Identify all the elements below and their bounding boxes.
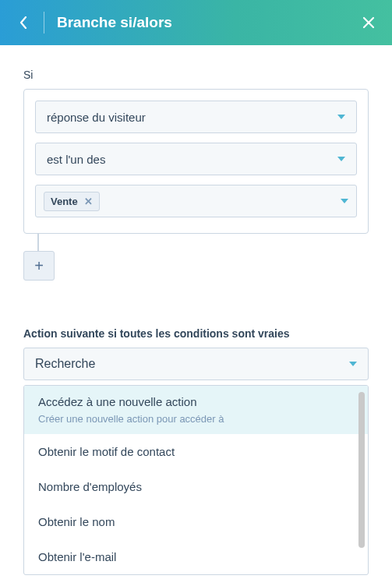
connector-line [37, 234, 39, 251]
dropdown-option[interactable]: Nombre d'employés [24, 469, 368, 504]
next-action-search-select[interactable]: Recherche [23, 348, 369, 380]
condition-field-value: réponse du visiteur [47, 111, 146, 124]
tag-chip: Vente ✕ [44, 192, 100, 211]
tag-label: Vente [51, 196, 78, 207]
chevron-left-icon [19, 16, 27, 29]
caret-down-icon [337, 115, 345, 119]
condition-operator-select[interactable]: est l'un des [35, 143, 357, 175]
option-title: Nombre d'employés [38, 480, 142, 493]
dropdown-option-new-action[interactable]: Accédez à une nouvelle action Créer une … [24, 386, 368, 434]
panel-header: Branche si/alors [0, 0, 392, 45]
add-condition-button[interactable]: + [23, 251, 55, 281]
option-subtitle: Créer une nouvelle action pour accéder à [38, 413, 354, 425]
next-action-label: Action suivante si toutes les conditions… [23, 327, 369, 340]
option-title: Accédez à une nouvelle action [38, 395, 354, 408]
condition-card: réponse du visiteur est l'un des Vente ✕ [23, 89, 369, 234]
dropdown-option[interactable]: Obtenir l'e-mail [24, 539, 368, 574]
header-divider [44, 12, 44, 34]
close-button[interactable] [359, 13, 378, 32]
panel-title: Branche si/alors [57, 14, 172, 31]
condition-field-select[interactable]: réponse du visiteur [35, 101, 357, 133]
caret-down-icon [337, 157, 345, 161]
caret-down-icon [341, 199, 348, 203]
dropdown-option[interactable]: Obtenir le motif de contact [24, 434, 368, 469]
dropdown-option[interactable]: Obtenir le nom [24, 504, 368, 539]
condition-value-multiselect[interactable]: Vente ✕ [35, 185, 357, 217]
plus-icon: + [34, 257, 44, 275]
condition-operator-value: est l'un des [47, 153, 105, 166]
dropdown-list: Accédez à une nouvelle action Créer une … [24, 386, 368, 574]
search-value: Recherche [35, 357, 95, 371]
panel-content: Si réponse du visiteur est l'un des Vent… [0, 45, 392, 575]
back-button[interactable] [14, 13, 33, 32]
option-title: Obtenir l'e-mail [38, 550, 116, 563]
dropdown-scrollbar[interactable] [358, 392, 365, 548]
next-action-dropdown: Accédez à une nouvelle action Créer une … [23, 385, 369, 575]
tag-remove-icon[interactable]: ✕ [84, 196, 93, 207]
caret-down-icon [349, 362, 357, 366]
option-title: Obtenir le motif de contact [38, 445, 175, 458]
close-icon [362, 16, 375, 29]
option-title: Obtenir le nom [38, 515, 115, 528]
condition-label: Si [23, 69, 369, 81]
